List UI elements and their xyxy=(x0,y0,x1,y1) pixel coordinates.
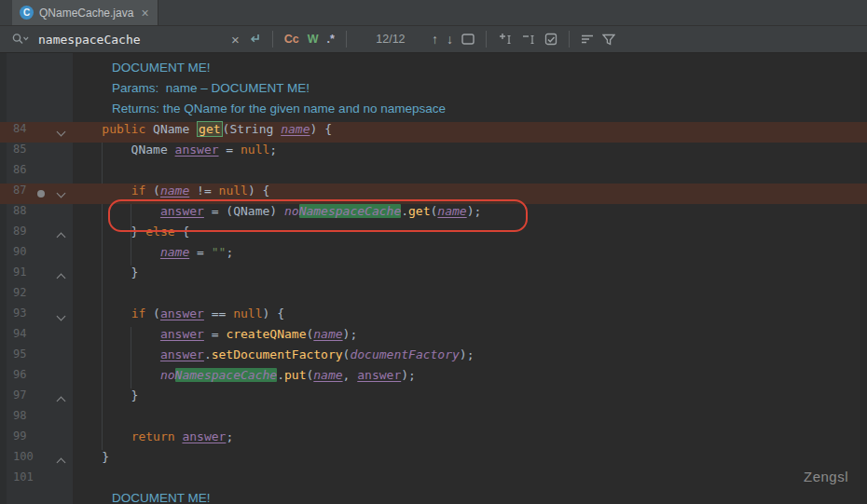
separator xyxy=(486,31,487,48)
code-line[interactable]: noNamespaceCache.put(name, answer); xyxy=(73,368,867,388)
line-number: 97 xyxy=(13,388,26,402)
code-rows: DOCUMENT ME!Params: name – DOCUMENT ME!R… xyxy=(0,53,867,504)
line-number: 93 xyxy=(13,306,26,320)
tab-qnamecache-java[interactable]: C QNameCache.java × xyxy=(12,0,158,25)
watermark: Zengsl xyxy=(804,469,848,484)
clear-search-icon[interactable]: × xyxy=(231,33,240,47)
search-input[interactable] xyxy=(38,33,223,47)
gutter: 97 xyxy=(0,388,73,409)
code-line[interactable]: } xyxy=(73,450,867,470)
words-toggle[interactable]: W xyxy=(308,33,319,46)
close-tab-icon[interactable]: × xyxy=(141,7,148,20)
newline-icon[interactable] xyxy=(248,33,261,46)
gutter: 99 xyxy=(0,429,73,450)
fold-expanded-icon[interactable] xyxy=(57,189,66,198)
gutter: 91 xyxy=(0,266,73,286)
gutter xyxy=(0,61,73,81)
code-line[interactable]: } xyxy=(73,266,867,286)
separator xyxy=(569,31,570,48)
code-line[interactable] xyxy=(73,163,867,184)
gutter xyxy=(0,81,73,102)
line-number: 86 xyxy=(13,163,26,176)
line-number: 91 xyxy=(13,266,26,279)
line-number: 90 xyxy=(13,245,26,258)
code-line[interactable]: answer.setDocumentFactory(documentFactor… xyxy=(73,347,867,368)
annotation-highlight-box xyxy=(108,199,528,232)
line-number: 96 xyxy=(13,368,26,381)
fold-end-icon[interactable] xyxy=(57,458,66,468)
ide-window: C QNameCache.java × × Cc W .* 12/12 ↑ xyxy=(0,0,867,504)
line-number: 85 xyxy=(13,143,26,156)
gutter: 95 xyxy=(0,347,73,368)
code-line[interactable]: if (answer == null) { xyxy=(73,306,867,327)
line-number: 92 xyxy=(13,286,26,299)
gutter xyxy=(0,491,73,504)
match-case-toggle[interactable]: Cc xyxy=(284,33,299,46)
line-number: 99 xyxy=(13,429,26,443)
doc-comment-line: Returns: the QName for the given name an… xyxy=(73,102,867,122)
code-line[interactable] xyxy=(73,470,867,491)
code-line[interactable]: } xyxy=(73,388,867,409)
doc-comment-line: Params: name – DOCUMENT ME! xyxy=(73,81,867,102)
search-icon[interactable] xyxy=(11,32,29,47)
gutter: 101 xyxy=(0,470,73,491)
fold-end-icon[interactable] xyxy=(57,397,66,406)
open-in-find-window-icon[interactable] xyxy=(461,34,475,45)
code-line[interactable] xyxy=(73,409,867,429)
line-number: 84 xyxy=(13,122,26,135)
gutter: 94 xyxy=(0,327,73,347)
gutter: 92 xyxy=(0,286,73,306)
gutter: 84 xyxy=(0,122,73,143)
code-line[interactable]: name = ""; xyxy=(73,245,867,266)
doc-comment-line: DOCUMENT ME! xyxy=(73,61,867,81)
view-options-icon[interactable] xyxy=(581,34,594,45)
gutter: 98 xyxy=(0,409,73,429)
code-line[interactable]: public QName get(String name) { xyxy=(73,122,867,143)
gutter: 88 xyxy=(0,204,73,225)
gutter xyxy=(0,102,73,122)
gutter: 90 xyxy=(0,245,73,266)
separator xyxy=(346,31,347,48)
regex-toggle[interactable]: .* xyxy=(327,33,335,46)
editor[interactable]: DOCUMENT ME!Params: name – DOCUMENT ME!R… xyxy=(0,53,867,504)
gutter: 87 xyxy=(0,184,73,204)
code-line[interactable] xyxy=(73,286,867,306)
gutter: 86 xyxy=(0,163,73,184)
editor-tab-bar: C QNameCache.java × xyxy=(0,0,867,26)
code-line[interactable]: answer = createQName(name); xyxy=(73,327,867,347)
line-number: 87 xyxy=(13,184,26,197)
select-all-occurrences-icon[interactable] xyxy=(544,33,557,46)
add-occurrence-icon[interactable] xyxy=(498,33,513,46)
fold-end-icon[interactable] xyxy=(57,274,66,283)
gutter: 96 xyxy=(0,368,73,388)
breakpoint-dot[interactable] xyxy=(37,190,45,198)
find-toolbar: × Cc W .* 12/12 ↑ ↓ xyxy=(0,26,867,53)
fold-expanded-icon[interactable] xyxy=(57,312,66,321)
gutter: 85 xyxy=(0,143,73,163)
previous-match-icon[interactable]: ↑ xyxy=(432,33,438,46)
filter-search-icon[interactable] xyxy=(602,34,615,46)
line-number: 88 xyxy=(13,204,26,217)
tab-label: QNameCache.java xyxy=(39,7,133,20)
line-number: 100 xyxy=(13,450,34,463)
line-number: 98 xyxy=(13,409,26,422)
separator xyxy=(272,31,273,48)
line-number: 89 xyxy=(13,225,26,238)
match-counter: 12/12 xyxy=(358,33,423,46)
gutter: 89 xyxy=(0,225,73,245)
line-number: 95 xyxy=(13,347,26,361)
java-class-icon: C xyxy=(20,6,34,20)
code-line[interactable]: return answer; xyxy=(73,429,867,450)
line-number: 101 xyxy=(13,470,34,484)
next-match-icon[interactable]: ↓ xyxy=(447,33,453,46)
gutter: 100 xyxy=(0,450,73,470)
fold-end-icon[interactable] xyxy=(57,233,66,242)
fold-expanded-icon[interactable] xyxy=(57,128,66,137)
gutter: 93 xyxy=(0,306,73,327)
code-line[interactable]: QName answer = null; xyxy=(73,143,867,163)
doc-comment-line: DOCUMENT ME! xyxy=(73,491,867,504)
line-number: 94 xyxy=(13,327,26,340)
remove-occurrence-icon[interactable] xyxy=(521,33,536,46)
